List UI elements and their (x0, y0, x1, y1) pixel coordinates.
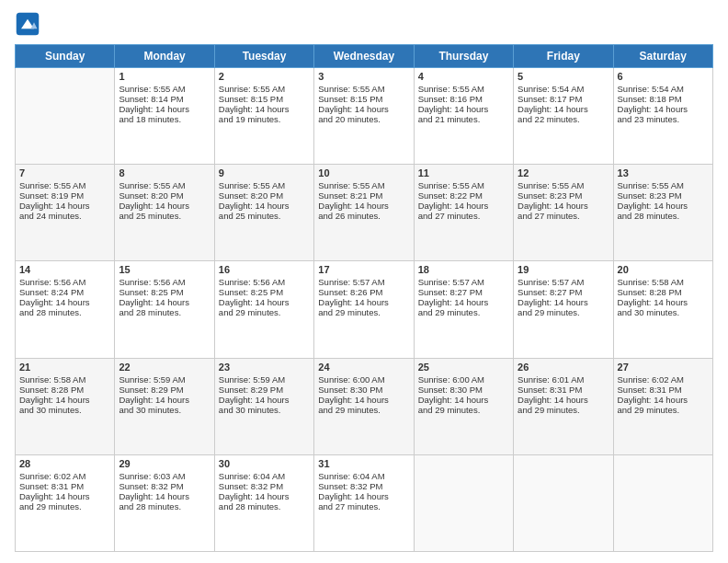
day-number: 27 (618, 362, 709, 373)
day-number: 28 (19, 458, 110, 469)
day-info-line: Sunset: 8:31 PM (618, 385, 709, 395)
day-number: 23 (219, 362, 310, 373)
day-info-line: Sunrise: 6:00 AM (418, 374, 509, 385)
day-info-line: Sunrise: 6:00 AM (318, 374, 409, 385)
day-info-line: Daylight: 14 hours (318, 395, 409, 405)
day-info-line: Daylight: 14 hours (518, 395, 609, 405)
day-number: 13 (618, 167, 709, 178)
day-info-line: Sunrise: 5:59 AM (219, 374, 310, 385)
day-info-line: Sunrise: 5:56 AM (119, 277, 210, 287)
day-info-line: and 28 minutes. (119, 501, 210, 511)
day-info-line: Sunset: 8:29 PM (119, 385, 210, 395)
day-info-line: Sunset: 8:32 PM (219, 481, 310, 491)
day-info-line: Sunrise: 6:02 AM (618, 374, 709, 385)
day-info-line: Sunset: 8:27 PM (518, 287, 609, 297)
day-info-line: Sunrise: 5:54 AM (518, 84, 609, 94)
day-info-line: Sunset: 8:30 PM (318, 385, 409, 395)
day-info-line: Sunset: 8:20 PM (219, 190, 310, 201)
calendar-day-20: 20Sunrise: 5:58 AMSunset: 8:28 PMDayligh… (613, 261, 712, 358)
day-info-line: and 30 minutes. (119, 405, 210, 415)
calendar-week-row: 1Sunrise: 5:55 AMSunset: 8:14 PMDaylight… (16, 68, 713, 165)
calendar-day-16: 16Sunrise: 5:56 AMSunset: 8:25 PMDayligh… (214, 261, 313, 358)
day-number: 10 (318, 167, 409, 178)
day-number: 17 (318, 264, 409, 275)
calendar-day-4: 4Sunrise: 5:55 AMSunset: 8:16 PMDaylight… (414, 68, 513, 165)
logo-icon (15, 11, 40, 37)
day-info-line: Sunrise: 5:56 AM (19, 277, 110, 287)
calendar-day-15: 15Sunrise: 5:56 AMSunset: 8:25 PMDayligh… (115, 261, 214, 358)
day-info-line: Sunrise: 5:57 AM (518, 277, 609, 287)
day-info-line: and 29 minutes. (318, 307, 409, 317)
day-info-line: Sunrise: 5:55 AM (119, 84, 210, 94)
calendar-day-13: 13Sunrise: 5:55 AMSunset: 8:23 PMDayligh… (613, 165, 712, 261)
day-info-line: Daylight: 14 hours (618, 104, 709, 114)
day-info-line: Daylight: 14 hours (219, 201, 310, 211)
day-info-line: Daylight: 14 hours (318, 491, 409, 501)
day-info-line: Sunrise: 5:57 AM (418, 277, 509, 287)
calendar-day-9: 9Sunrise: 5:55 AMSunset: 8:20 PMDaylight… (214, 165, 313, 261)
day-info-line: Sunrise: 5:55 AM (19, 180, 110, 190)
day-info-line: Daylight: 14 hours (119, 395, 210, 405)
day-header-thursday: Thursday (414, 45, 513, 68)
day-number: 6 (618, 71, 709, 82)
calendar-table: SundayMondayTuesdayWednesdayThursdayFrid… (15, 44, 713, 552)
calendar-week-row: 14Sunrise: 5:56 AMSunset: 8:24 PMDayligh… (16, 261, 713, 358)
day-info-line: Sunset: 8:28 PM (618, 287, 709, 297)
day-info-line: Sunset: 8:31 PM (19, 481, 110, 491)
day-info-line: and 28 minutes. (19, 307, 110, 317)
day-info-line: Sunset: 8:17 PM (518, 94, 609, 104)
day-number: 7 (19, 167, 110, 178)
calendar-week-row: 28Sunrise: 6:02 AMSunset: 8:31 PMDayligh… (16, 454, 713, 551)
day-info-line: Sunset: 8:14 PM (119, 94, 210, 104)
day-header-wednesday: Wednesday (314, 45, 414, 68)
day-info-line: and 28 minutes. (119, 307, 210, 317)
day-info-line: Daylight: 14 hours (119, 297, 210, 307)
calendar-day-26: 26Sunrise: 6:01 AMSunset: 8:31 PMDayligh… (514, 358, 613, 454)
day-number: 25 (418, 362, 509, 373)
day-info-line: Daylight: 14 hours (418, 297, 509, 307)
day-info-line: Sunrise: 5:55 AM (318, 84, 409, 94)
day-info-line: Daylight: 14 hours (318, 201, 409, 211)
day-info-line: Sunset: 8:25 PM (119, 287, 210, 297)
day-info-line: and 29 minutes. (219, 307, 310, 317)
day-info-line: Sunset: 8:23 PM (618, 190, 709, 201)
day-info-line: and 29 minutes. (418, 405, 509, 415)
day-number: 21 (19, 362, 110, 373)
day-info-line: Sunset: 8:26 PM (318, 287, 409, 297)
day-info-line: Sunrise: 6:01 AM (518, 374, 609, 385)
calendar-day-25: 25Sunrise: 6:00 AMSunset: 8:30 PMDayligh… (414, 358, 513, 454)
calendar-day-1: 1Sunrise: 5:55 AMSunset: 8:14 PMDaylight… (115, 68, 214, 165)
day-info-line: Daylight: 14 hours (219, 395, 310, 405)
day-info-line: Sunset: 8:29 PM (219, 385, 310, 395)
day-info-line: and 30 minutes. (219, 405, 310, 415)
calendar-day-23: 23Sunrise: 5:59 AMSunset: 8:29 PMDayligh… (214, 358, 313, 454)
day-info-line: Daylight: 14 hours (119, 104, 210, 114)
day-info-line: and 27 minutes. (318, 501, 409, 511)
day-info-line: Sunset: 8:15 PM (318, 94, 409, 104)
day-info-line: and 28 minutes. (618, 211, 709, 221)
day-info-line: Sunrise: 6:03 AM (119, 471, 210, 481)
day-info-line: Sunrise: 5:55 AM (418, 84, 509, 94)
calendar-empty-cell (414, 454, 513, 551)
day-header-friday: Friday (514, 45, 613, 68)
calendar-day-14: 14Sunrise: 5:56 AMSunset: 8:24 PMDayligh… (16, 261, 115, 358)
calendar-day-2: 2Sunrise: 5:55 AMSunset: 8:15 PMDaylight… (214, 68, 313, 165)
day-header-sunday: Sunday (16, 45, 115, 68)
day-info-line: Sunset: 8:27 PM (418, 287, 509, 297)
day-info-line: Sunset: 8:19 PM (19, 190, 110, 201)
calendar-empty-cell (16, 68, 115, 165)
day-info-line: and 25 minutes. (219, 211, 310, 221)
day-number: 5 (518, 71, 609, 82)
day-info-line: Daylight: 14 hours (318, 104, 409, 114)
day-header-monday: Monday (115, 45, 214, 68)
day-info-line: and 23 minutes. (618, 114, 709, 124)
calendar-day-21: 21Sunrise: 5:58 AMSunset: 8:28 PMDayligh… (16, 358, 115, 454)
day-number: 4 (418, 71, 509, 82)
calendar-day-6: 6Sunrise: 5:54 AMSunset: 8:18 PMDaylight… (613, 68, 712, 165)
calendar-day-18: 18Sunrise: 5:57 AMSunset: 8:27 PMDayligh… (414, 261, 513, 358)
day-info-line: Sunset: 8:15 PM (219, 94, 310, 104)
calendar-week-row: 7Sunrise: 5:55 AMSunset: 8:19 PMDaylight… (16, 165, 713, 261)
day-info-line: and 29 minutes. (418, 307, 509, 317)
day-info-line: Daylight: 14 hours (19, 491, 110, 501)
calendar-day-19: 19Sunrise: 5:57 AMSunset: 8:27 PMDayligh… (514, 261, 613, 358)
